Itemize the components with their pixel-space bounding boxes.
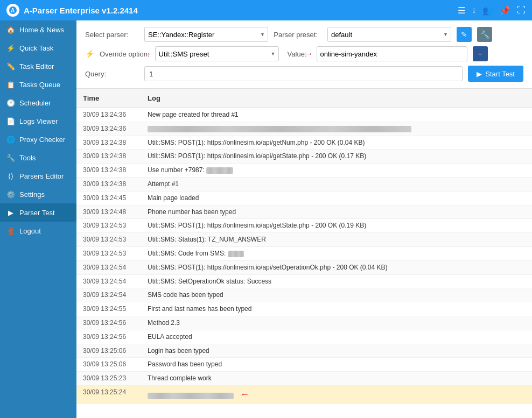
log-time: 30/09 13:24:38 <box>76 136 141 150</box>
log-time: 30/09 13:24:54 <box>76 275 141 288</box>
log-row: 30/09 13:24:36 <box>76 122 532 136</box>
svg-text:A: A <box>11 8 15 13</box>
sidebar-label-tools: Tools <box>19 154 36 162</box>
log-row: 30/09 13:24:55 First and last names has … <box>76 302 532 316</box>
tools-button[interactable]: 🔧 <box>477 27 492 42</box>
sidebar: 🏠 Home & News ⚡ Quick Task ✏️ Task Edito… <box>0 20 76 418</box>
log-row: 30/09 13:25:06 Password has been typed <box>76 358 532 372</box>
play-icon: ▶ <box>477 70 482 78</box>
select-parser-label: Select parser: <box>85 31 139 39</box>
sidebar-label-parser-test: Parser Test <box>19 209 55 217</box>
log-col-time: Time <box>76 92 141 104</box>
sidebar-item-settings[interactable]: ⚙️ Settings <box>0 185 76 203</box>
log-time: 30/09 13:25:06 <box>76 358 141 371</box>
log-time: 30/09 13:24:53 <box>76 233 141 246</box>
log-body[interactable]: 30/09 13:24:36 New page created for thre… <box>76 108 532 418</box>
log-message: SMS code has been typed <box>141 288 532 302</box>
log-message: ← <box>141 386 532 403</box>
sidebar-item-task-editor[interactable]: ✏️ Task Editor <box>0 57 76 75</box>
log-time: 30/09 13:24:45 <box>76 192 141 205</box>
globe-icon: 🌐 <box>6 135 15 144</box>
logout-icon: 🚪 <box>6 226 15 235</box>
home-icon: 🏠 <box>6 25 15 34</box>
log-message: Util::SMS: POST(1): https://onlinesim.io… <box>141 150 532 163</box>
log-message: Use number +7987: <box>141 164 532 177</box>
app-logo: A <box>6 4 19 17</box>
query-row: Query: ▶ Start Test <box>85 66 523 82</box>
log-row: 30/09 13:24:38 Util::SMS: POST(1): https… <box>76 136 532 150</box>
log-message: Util::SMS: Code from SMS: <box>141 247 532 260</box>
sidebar-item-quick-task[interactable]: ⚡ Quick Task <box>0 39 76 57</box>
blurred-email <box>148 393 234 399</box>
sidebar-item-proxy-checker[interactable]: 🌐 Proxy Checker <box>0 130 76 148</box>
sidebar-item-tools[interactable]: 🔧 Tools <box>0 148 76 167</box>
log-time: 30/09 13:24:36 <box>76 108 141 122</box>
lightning-icon: ⚡ <box>85 49 94 58</box>
parser-preset-wrapper: default <box>327 27 451 42</box>
sidebar-label-scheduler: Scheduler <box>19 99 51 107</box>
log-row: 30/09 13:24:53 Util::SMS: Status(1): TZ_… <box>76 233 532 247</box>
fullscreen-icon[interactable]: ⛶ <box>517 5 526 15</box>
controls-panel: Select parser: SE::Yandex::Register Pars… <box>76 20 532 89</box>
log-row: 30/09 13:24:54 SMS code has been typed <box>76 288 532 302</box>
log-message: Util::SMS: POST(1): https://onlinesim.io… <box>141 261 532 274</box>
log-message: New page created for thread #1 <box>141 108 532 122</box>
log-row: 30/09 13:24:53 Util::SMS: POST(1): https… <box>76 219 532 233</box>
log-row: 30/09 13:24:54 Util::SMS: POST(1): https… <box>76 261 532 275</box>
override-option-dropdown[interactable]: Util::SMS preset <box>155 46 279 61</box>
sidebar-label-proxy-checker: Proxy Checker <box>19 136 65 144</box>
log-row: 30/09 13:24:53 Util::SMS: Code from SMS: <box>76 247 532 261</box>
sidebar-label-task-editor: Task Editor <box>19 62 54 70</box>
start-test-button[interactable]: ▶ Start Test <box>468 66 523 82</box>
query-input[interactable] <box>144 66 463 81</box>
log-message: Method 2.3 <box>141 316 532 330</box>
sidebar-item-scheduler[interactable]: 🕐 Scheduler <box>0 94 76 112</box>
sidebar-label-settings: Settings <box>19 190 45 199</box>
blurred-inline <box>228 251 244 257</box>
tools-icon: 🔧 <box>6 153 15 162</box>
sidebar-item-logs-viewer[interactable]: 📄 Logs Viewer <box>0 112 76 130</box>
sidebar-label-parsers-editor: Parsers Editor <box>19 172 64 180</box>
sidebar-item-parsers-editor[interactable]: ⟨⟩ Parsers Editor <box>0 167 76 185</box>
log-message: Util::SMS: POST(1): https://onlinesim.io… <box>141 136 532 150</box>
log-row: 30/09 13:25:23 Thread complete work <box>76 372 532 386</box>
app-title: A-Parser Enterprise v1.2.2414 <box>24 6 138 15</box>
users-icon[interactable]: 👥 <box>482 5 493 16</box>
file-icon: 📄 <box>6 117 15 125</box>
log-col-log: Log <box>141 92 532 104</box>
remove-override-button[interactable]: − <box>473 46 488 61</box>
sidebar-item-tasks-queue[interactable]: 📋 Tasks Queue <box>0 75 76 94</box>
clock-icon: 🕐 <box>6 98 15 107</box>
edit-parser-button[interactable]: ✎ <box>457 27 472 42</box>
log-time: 30/09 13:24:53 <box>76 247 141 260</box>
log-row: 30/09 13:24:38 Util::SMS: POST(1): https… <box>76 150 532 164</box>
download-icon[interactable]: ↓ <box>472 5 476 15</box>
parser-preset-dropdown[interactable]: default <box>327 27 451 42</box>
select-parser-dropdown[interactable]: SE::Yandex::Register <box>144 27 268 42</box>
header: A A-Parser Enterprise v1.2.2414 ☰ ↓ 👥 📌 … <box>0 0 532 20</box>
override-option-wrapper: Util::SMS preset → <box>155 46 279 61</box>
override-option-label: Override option: <box>100 50 150 58</box>
log-row: 30/09 13:24:56 Method 2.3 <box>76 316 532 330</box>
sidebar-item-home-news[interactable]: 🏠 Home & News <box>0 20 76 39</box>
pin-icon[interactable]: 📌 <box>500 5 510 16</box>
log-time: 30/09 13:25:23 <box>76 372 141 385</box>
sidebar-item-logout[interactable]: 🚪 Logout <box>0 222 76 240</box>
log-row: 30/09 13:24:54 Util::SMS: SetOperationOk… <box>76 275 532 289</box>
log-message: Attempt #1 <box>141 178 532 191</box>
sidebar-item-parser-test[interactable]: ▶ Parser Test <box>0 203 76 222</box>
log-time: 30/09 13:25:06 <box>76 344 141 358</box>
parser-row: Select parser: SE::Yandex::Register Pars… <box>85 27 523 42</box>
list-icon: 📋 <box>6 80 15 89</box>
sidebar-label-quick-task: Quick Task <box>19 44 53 52</box>
log-message: Login has been typed <box>141 344 532 358</box>
log-message: Util::SMS: Status(1): TZ_NUM_ANSWER <box>141 233 532 246</box>
header-icons: ☰ ↓ 👥 📌 ⛶ <box>458 5 526 16</box>
red-arrow-override: → <box>143 49 152 59</box>
value-dropdown[interactable]: online-sim-yandex <box>317 46 467 61</box>
menu-icon[interactable]: ☰ <box>458 5 465 16</box>
log-row: 30/09 13:24:38 Attempt #1 <box>76 178 532 192</box>
gear-icon: ⚙️ <box>6 190 15 199</box>
log-time: 30/09 13:24:38 <box>76 178 141 191</box>
sidebar-label-logs-viewer: Logs Viewer <box>19 117 58 125</box>
